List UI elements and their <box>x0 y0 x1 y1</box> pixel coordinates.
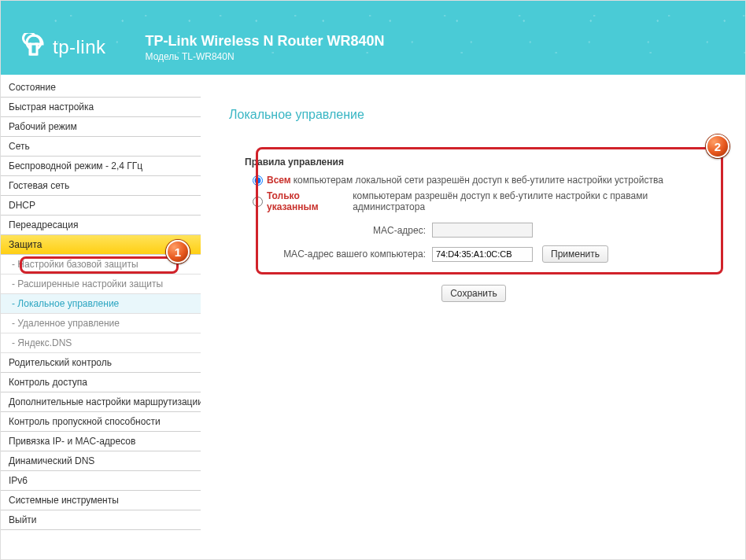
rules-section-title: Правила управления <box>245 157 707 168</box>
sidebar-item-21[interactable]: Системные инструменты <box>1 491 201 510</box>
sidebar-item-4[interactable]: Беспроводной режим - 2,4 ГГц <box>1 157 201 176</box>
sidebar-item-17[interactable]: Контроль пропускной способности <box>1 412 201 432</box>
sidebar-item-10[interactable]: Расширенные настройки защиты <box>1 274 201 294</box>
sidebar-item-15[interactable]: Контроль доступа <box>1 373 201 392</box>
mac-address-row: MAC-адрес: <box>240 223 707 238</box>
sidebar-item-16[interactable]: Дополнительные настройки маршрутизации <box>1 392 201 412</box>
brand-name: tp-link <box>53 36 106 58</box>
main-content: Локальное управление Правила управления … <box>201 75 745 559</box>
save-button[interactable]: Сохранить <box>441 285 506 302</box>
sidebar-item-12[interactable]: Удаленное управление <box>1 314 201 333</box>
sidebar-item-0[interactable]: Состояние <box>1 78 201 98</box>
page-title: Локальное управление <box>229 108 745 122</box>
sidebar-item-3[interactable]: Сеть <box>1 137 201 157</box>
radio-all-text: компьютерам локальной сети разрешён дост… <box>294 175 663 186</box>
local-management-panel: Правила управления Всем компьютерам лока… <box>216 150 731 324</box>
svg-rect-1 <box>31 44 37 54</box>
apply-button[interactable]: Применить <box>542 245 608 263</box>
radio-all[interactable] <box>253 175 263 186</box>
sidebar-item-5[interactable]: Гостевая сеть <box>1 176 201 196</box>
sidebar-item-20[interactable]: IPv6 <box>1 471 201 491</box>
sidebar-item-11[interactable]: Локальное управление <box>1 294 201 314</box>
your-mac-label: MAC-адрес вашего компьютера: <box>240 249 426 260</box>
header: tp-link TP-Link Wireless N Router WR840N… <box>1 1 745 75</box>
sidebar-nav: СостояниеБыстрая настройкаРабочий режимС… <box>1 75 201 559</box>
sidebar-item-8[interactable]: Защита <box>1 235 201 255</box>
sidebar-item-1[interactable]: Быстрая настройка <box>1 98 201 117</box>
mac-address-label: MAC-адрес: <box>240 225 426 236</box>
your-mac-value: 74:D4:35:A1:0C:CB <box>432 247 533 262</box>
sidebar-item-22[interactable]: Выйти <box>1 510 201 530</box>
sidebar-item-13[interactable]: Яндекс.DNS <box>1 333 201 353</box>
product-title: TP-Link Wireless N Router WR840N <box>146 33 385 50</box>
radio-only-row[interactable]: Только указанным компьютерам разрешён до… <box>240 188 707 215</box>
mac-address-input[interactable] <box>432 223 533 238</box>
product-subtitle: Модель TL-WR840N <box>146 51 385 62</box>
radio-only[interactable] <box>253 197 263 207</box>
radio-all-row[interactable]: Всем компьютерам локальной сети разрешён… <box>240 172 707 188</box>
radio-only-highlight: Только указанным <box>267 190 350 212</box>
sidebar-item-14[interactable]: Родительский контроль <box>1 353 201 373</box>
your-mac-row: MAC-адрес вашего компьютера: 74:D4:35:A1… <box>240 245 707 263</box>
sidebar-item-19[interactable]: Динамический DNS <box>1 451 201 471</box>
tplink-logo-icon <box>20 33 48 61</box>
sidebar-item-6[interactable]: DHCP <box>1 196 201 216</box>
brand-logo: tp-link <box>20 33 106 61</box>
header-title-block: TP-Link Wireless N Router WR840N Модель … <box>146 33 385 62</box>
radio-all-highlight: Всем <box>267 175 291 186</box>
sidebar-item-18[interactable]: Привязка IP- и MAC-адресов <box>1 432 201 451</box>
sidebar-item-2[interactable]: Рабочий режим <box>1 117 201 137</box>
sidebar-item-9[interactable]: Настройки базовой защиты <box>1 255 201 274</box>
radio-only-text: компьютерам разрешён доступ к веб-утилит… <box>353 190 707 212</box>
sidebar-item-7[interactable]: Переадресация <box>1 216 201 235</box>
